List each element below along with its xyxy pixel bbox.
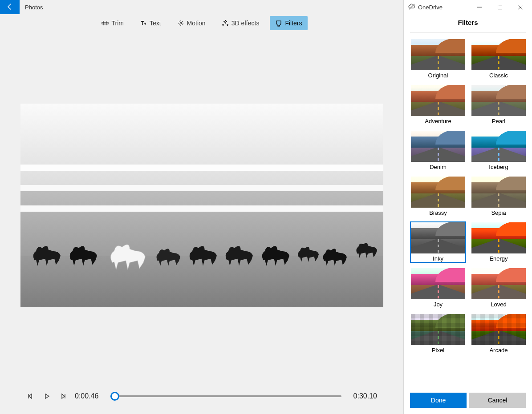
filter-label: Classic [489,72,508,79]
svg-rect-8 [498,5,502,9]
filter-label: Denim [430,164,447,170]
trim-icon [102,20,109,27]
filter-thumbnail [471,131,526,162]
edit-toolbar: TrimTextMotion3D effectsFilters [0,14,404,32]
tool-label: 3D effects [231,20,260,27]
app-top-bar: Photos [0,0,404,14]
preview-area [0,32,404,378]
filter-pearl[interactable]: Pearl [471,84,527,125]
text-icon [140,20,147,27]
filter-thumbnail [471,85,526,116]
panel-heading: Filters [410,14,526,33]
tool-motion[interactable]: Motion [172,16,211,30]
filter-thumbnail [471,177,526,208]
filters-panel: OneDrive Filters OriginalClassicAdventur… [403,0,532,414]
seek-track[interactable] [110,395,341,397]
window-minimize-button[interactable] [471,0,488,14]
filter-denim[interactable]: Denim [410,130,466,171]
playback-controls: 0:00.46 0:30.10 [0,378,404,414]
back-button[interactable] [0,0,20,14]
tool-label: Filters [285,20,302,27]
svg-point-3 [180,22,182,24]
window-maximize-button[interactable] [491,0,509,14]
filter-thumbnail [411,39,465,70]
filter-thumbnail [471,314,526,345]
svg-rect-0 [102,22,108,24]
filter-thumbnail [411,222,465,253]
editor-main: Photos TrimTextMotion3D effectsFilters [0,0,404,414]
app-title: Photos [20,0,48,14]
video-preview[interactable] [20,104,383,307]
filter-joy[interactable]: Joy [410,267,466,309]
tool-filters[interactable]: Filters [270,16,307,30]
filter-label: Inky [433,255,443,262]
current-time: 0:00.46 [75,392,102,400]
filter-label: Energy [489,255,508,262]
panel-footer: Done Cancel [404,386,532,414]
filter-sepia[interactable]: Sepia [471,176,527,217]
filter-inky[interactable]: Inky [410,221,466,263]
filter-thumbnail [411,314,465,345]
window-close-button[interactable] [512,0,529,14]
filters-list: OriginalClassicAdventurePearlDenimIceber… [404,33,532,386]
filter-label: Joy [434,301,443,308]
filter-original[interactable]: Original [410,38,466,80]
filter-brush-icon [275,20,282,27]
filter-thumbnail [411,85,465,116]
tool-label: Motion [187,20,206,27]
play-button[interactable] [43,392,51,400]
filter-loved[interactable]: Loved [471,267,527,309]
tool-text[interactable]: Text [134,16,167,30]
frame-back-button[interactable] [27,392,35,400]
filter-thumbnail [471,268,526,299]
filter-label: Iceberg [489,164,508,170]
cancel-button[interactable]: Cancel [469,393,526,408]
onedrive-label: OneDrive [418,4,443,11]
motion-icon [177,20,184,27]
frame-forward-button[interactable] [59,392,67,400]
filter-thumbnail [411,177,465,208]
filter-label: Arcade [489,347,508,354]
filter-label: Sepia [491,209,506,216]
filter-label: Adventure [425,118,451,125]
total-time: 0:30.10 [349,392,377,400]
filter-label: Brassy [429,209,447,216]
filter-thumbnail [411,131,465,162]
filter-label: Pearl [492,118,505,125]
filter-brassy[interactable]: Brassy [410,176,466,217]
tool-label: Trim [111,20,123,27]
filter-thumbnail [471,222,526,253]
tool-trim[interactable]: Trim [96,16,129,30]
filter-iceberg[interactable]: Iceberg [471,130,527,171]
filter-label: Original [428,72,448,79]
arrow-left-icon [6,3,13,12]
tool-3deffects[interactable]: 3D effects [216,16,265,30]
filter-classic[interactable]: Classic [471,38,527,80]
filter-pixel[interactable]: Pixel [410,313,466,354]
done-button[interactable]: Done [410,393,467,408]
filter-thumbnail [471,39,526,70]
filter-label: Loved [491,301,506,308]
tool-label: Text [150,20,161,27]
seek-thumb[interactable] [110,392,119,401]
panel-titlebar: OneDrive [404,0,532,14]
filter-label: Pixel [432,347,444,354]
cloud-off-icon [408,3,415,12]
sparkle-icon [222,20,229,27]
filter-adventure[interactable]: Adventure [410,84,466,125]
filter-arcade[interactable]: Arcade [471,313,527,354]
filter-energy[interactable]: Energy [471,221,527,263]
filter-thumbnail [411,268,465,299]
